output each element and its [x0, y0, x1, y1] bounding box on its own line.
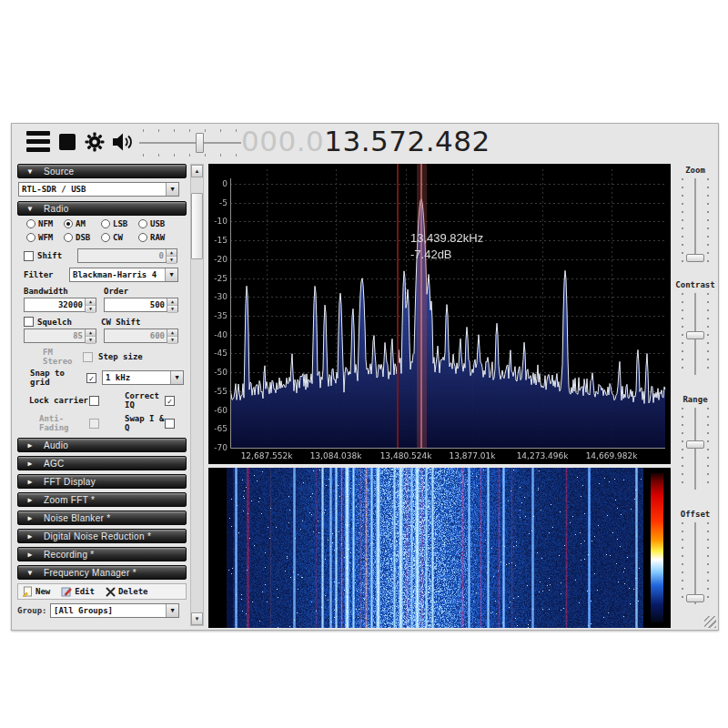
scroll-down-icon[interactable]: ▼: [191, 612, 203, 625]
chevron-down-icon: ▼: [24, 569, 36, 577]
spinner-arrows-icon[interactable]: ▲▼: [85, 298, 96, 311]
group-row: Group: [All Groups] ▼: [17, 603, 187, 618]
swap-iq-checkbox[interactable]: [165, 419, 175, 429]
radio-mode-am[interactable]: [64, 219, 73, 228]
window-resize-grip[interactable]: [704, 616, 716, 628]
source-device-select[interactable]: RTL-SDR / USB ▼: [18, 182, 179, 197]
shift-value: 0: [78, 249, 166, 262]
spinner-arrows-icon: ▲▼: [85, 329, 96, 342]
settings-gear-icon[interactable]: [85, 132, 105, 152]
dropdown-arrow-icon[interactable]: ▼: [165, 268, 177, 281]
contrast-slider-thumb[interactable]: [686, 331, 704, 339]
panel-source[interactable]: ▼ Source: [17, 164, 187, 178]
panel-audio[interactable]: ▶ Audio: [17, 438, 187, 452]
panel-recording-label: Recording *: [44, 550, 95, 560]
dropdown-arrow-icon[interactable]: ▼: [166, 604, 178, 617]
contrast-slider-label: Contrast: [672, 280, 718, 289]
zoom-slider[interactable]: Zoom: [677, 178, 713, 262]
step-size-select[interactable]: 1 kHz ▼: [102, 370, 184, 385]
dropdown-arrow-icon[interactable]: ▼: [166, 183, 178, 196]
panel-agc[interactable]: ▶ AGC: [17, 456, 187, 470]
group-select[interactable]: [All Groups] ▼: [50, 603, 179, 618]
group-label: Group:: [17, 606, 50, 615]
toolbar: 000.013.572.482: [12, 124, 718, 162]
radio-mode-nfm[interactable]: [26, 219, 35, 228]
menu-icon[interactable]: [26, 131, 50, 152]
panel-dnr-label: Digital Noise Reduction *: [44, 531, 151, 541]
panel-fft-display[interactable]: ▶ FFT Display: [17, 474, 187, 489]
panel-noise-blanker[interactable]: ▶ Noise Blanker *: [17, 511, 187, 525]
snap-to-grid-checkbox[interactable]: ✓: [86, 373, 96, 383]
squelch-label: Squelch: [37, 318, 101, 327]
stop-button[interactable]: [59, 134, 76, 150]
radio-mode-raw[interactable]: [138, 233, 147, 242]
waterfall-display[interactable]: [208, 468, 671, 628]
panel-radio-label: Radio: [44, 204, 69, 214]
panel-radio[interactable]: ▼ Radio: [17, 201, 187, 216]
edit-icon: [61, 586, 72, 597]
panel-zoom-fft-label: Zoom FFT *: [44, 495, 95, 505]
order-spinner[interactable]: 500 ▲▼: [104, 298, 178, 312]
radio-mode-lsb[interactable]: [101, 219, 110, 228]
frequency-value: 13.572.482: [324, 125, 490, 157]
squelch-checkbox[interactable]: [24, 317, 34, 327]
contrast-slider[interactable]: Contrast: [677, 293, 713, 375]
frequency-manager-toolbar: New Edit Delete: [17, 583, 187, 600]
radio-mode-usb-label: USB: [150, 219, 165, 228]
panel-noise-blanker-label: Noise Blanker *: [44, 513, 110, 523]
panel-digital-noise-reduction[interactable]: ▶ Digital Noise Reduction *: [17, 529, 187, 543]
range-slider-thumb[interactable]: [686, 440, 704, 449]
correct-iq-checkbox[interactable]: ✓: [165, 396, 175, 406]
slider-ticks: [707, 293, 709, 375]
slider-ticks: [707, 522, 709, 604]
new-button[interactable]: New: [22, 586, 50, 597]
panel-source-label: Source: [44, 167, 75, 177]
delete-icon: [106, 587, 116, 597]
edit-button[interactable]: Edit: [61, 586, 95, 597]
frequency-leading-zeros: 000.0: [241, 125, 324, 157]
range-slider[interactable]: Range: [677, 408, 713, 490]
spectrum-display[interactable]: [208, 164, 671, 464]
source-device-value: RTL-SDR / USB: [19, 185, 166, 194]
panel-frequency-manager[interactable]: ▼ Frequency Manager *: [17, 565, 187, 580]
radio-mode-wfm[interactable]: [26, 233, 35, 242]
offset-slider-thumb[interactable]: [686, 594, 704, 602]
speaker-icon[interactable]: [112, 132, 136, 152]
spinner-arrows-icon: ▲▼: [166, 249, 177, 262]
radio-mode-cw-label: CW: [113, 233, 138, 242]
panel-recording[interactable]: ▶ Recording *: [17, 547, 187, 561]
dropdown-arrow-icon[interactable]: ▼: [170, 371, 183, 384]
volume-ticks-bottom: [143, 154, 238, 157]
cw-shift-label: CW Shift: [101, 318, 140, 327]
filter-select[interactable]: Blackman-Harris 4 ▼: [69, 268, 178, 282]
chevron-right-icon: ▶: [24, 441, 36, 450]
spinner-arrows-icon[interactable]: ▲▼: [167, 298, 177, 311]
edit-button-label: Edit: [75, 587, 95, 596]
lock-carrier-checkbox[interactable]: [89, 396, 99, 406]
scrollbar-thumb[interactable]: [191, 193, 203, 259]
delete-button[interactable]: Delete: [106, 587, 148, 597]
new-icon: [22, 586, 33, 597]
radio-mode-dsb-label: DSB: [76, 233, 101, 242]
zoom-slider-thumb[interactable]: [686, 254, 704, 262]
radio-mode-dsb[interactable]: [64, 233, 73, 242]
scroll-up-icon[interactable]: ▲: [191, 165, 203, 177]
offset-slider[interactable]: Offset: [677, 522, 713, 604]
order-label: Order: [104, 287, 128, 296]
radio-mode-usb[interactable]: [138, 219, 147, 228]
radio-mode-cw[interactable]: [101, 233, 110, 242]
bandwidth-spinner[interactable]: 32000 ▲▼: [24, 298, 96, 312]
shift-checkbox[interactable]: [24, 251, 34, 261]
chevron-right-icon: ▶: [24, 460, 36, 468]
sidebar-scrollbar[interactable]: ▲ ▼: [190, 164, 204, 626]
squelch-spinner: 85 ▲▼: [24, 329, 96, 343]
slider-ticks: [682, 522, 683, 604]
volume-slider[interactable]: [139, 129, 241, 157]
volume-track: [139, 142, 241, 144]
volume-thumb[interactable]: [196, 133, 204, 153]
cw-shift-spinner: 600 ▲▼: [104, 329, 178, 343]
frequency-display[interactable]: 000.013.572.482: [241, 125, 490, 157]
spinner-arrows-icon: ▲▼: [167, 329, 177, 342]
panel-zoom-fft[interactable]: ▶ Zoom FFT *: [17, 492, 187, 507]
delete-button-label: Delete: [118, 587, 148, 596]
